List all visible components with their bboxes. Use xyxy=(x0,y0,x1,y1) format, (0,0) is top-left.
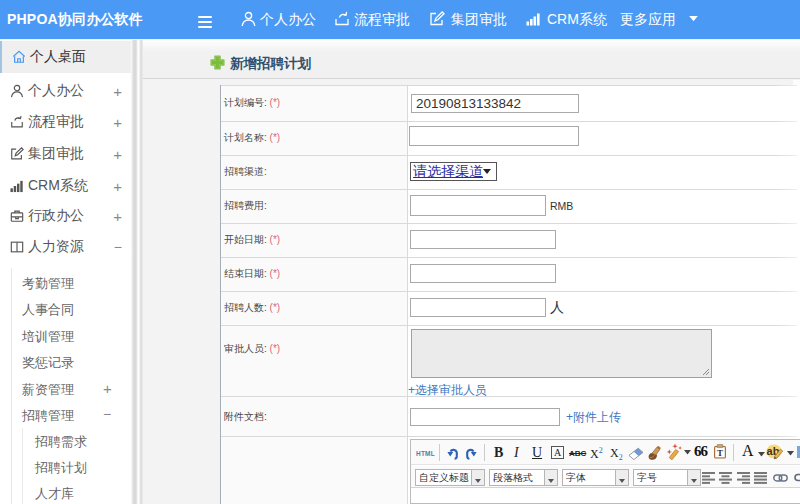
svg-text:T: T xyxy=(717,448,723,458)
